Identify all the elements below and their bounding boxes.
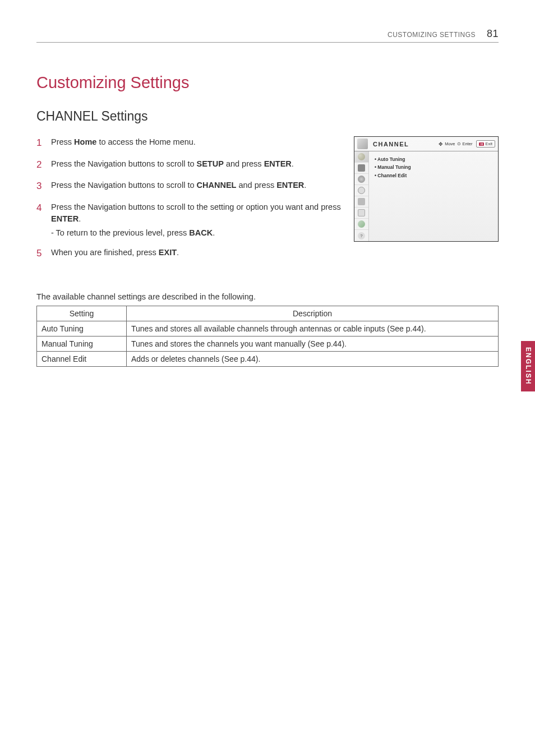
osd-tab-lock [354, 196, 368, 208]
setting-desc: Tunes and stores the channels you want m… [127, 336, 499, 351]
page-header: CUSTOMIZING SETTINGS 81 [36, 28, 499, 43]
clock-icon [358, 187, 365, 194]
osd-tab-option [354, 208, 368, 219]
step-1: 1 Press Home to access the Home menu. [36, 136, 344, 150]
table-row: Channel Edit Adds or deletes channels (S… [37, 351, 499, 366]
step-number: 5 [36, 247, 51, 261]
move-icon: ✥ [439, 141, 443, 147]
setting-name: Channel Edit [37, 351, 127, 366]
setting-name: Auto Tuning [37, 321, 127, 336]
osd-tab-network [354, 219, 368, 230]
steps-list: 1 Press Home to access the Home menu. 2 … [36, 136, 344, 269]
exit-button: III Exit [476, 140, 495, 147]
section-title: CHANNEL Settings [36, 109, 499, 124]
step-2: 2 Press the Navigation buttons to scroll… [36, 158, 344, 172]
osd-tab-time [354, 185, 368, 196]
enter-icon: ⊙ [457, 141, 461, 146]
exit-badge-icon: III [479, 142, 484, 146]
step-number: 1 [36, 136, 51, 150]
osd-item: Auto Tuning [375, 155, 411, 163]
osd-preview: CHANNEL ✥ Move ⊙ Enter III Exit [354, 136, 499, 242]
osd-title: CHANNEL [373, 141, 439, 147]
step-3: 3 Press the Navigation buttons to scroll… [36, 179, 344, 193]
col-setting: Setting [37, 306, 127, 321]
setting-desc: Tunes and stores all available channels … [127, 321, 499, 336]
osd-hints: ✥ Move ⊙ Enter III Exit [439, 140, 495, 147]
osd-item-list: Auto Tuning Manual Tuning Channel Edit [369, 151, 417, 241]
question-icon: ? [358, 232, 365, 239]
step-body: When you are finished, press EXIT. [51, 247, 344, 261]
move-label: Move [445, 141, 455, 146]
dish-icon [358, 153, 365, 160]
table-intro: The available channel settings are descr… [36, 292, 499, 301]
step-subline: - To return to the previous level, press… [51, 227, 344, 239]
page-number: 81 [487, 28, 499, 39]
setting-desc: Adds or deletes channels (See p.44). [127, 351, 499, 366]
breadcrumb: CUSTOMIZING SETTINGS [388, 31, 476, 39]
step-5: 5 When you are finished, press EXIT. [36, 247, 344, 261]
step-number: 3 [36, 179, 51, 193]
lock-icon [358, 198, 365, 205]
settings-table: Setting Description Auto Tuning Tunes an… [36, 306, 499, 367]
col-description: Description [127, 306, 499, 321]
step-body: Press the Navigation buttons to scroll t… [51, 158, 344, 172]
calendar-icon [358, 209, 365, 216]
table-row: Manual Tuning Tunes and stores the chann… [37, 336, 499, 351]
gear-icon [358, 176, 365, 183]
table-row: Auto Tuning Tunes and stores all availab… [37, 321, 499, 336]
enter-label: Enter [463, 141, 473, 146]
osd-item: Manual Tuning [375, 163, 411, 171]
step-4: 4 Press the Navigation buttons to scroll… [36, 201, 344, 239]
step-body: Press the Navigation buttons to scroll t… [51, 179, 344, 193]
setting-name: Manual Tuning [37, 336, 127, 351]
language-tab: ENGLISH [521, 341, 535, 391]
step-number: 2 [36, 158, 51, 172]
osd-header: CHANNEL ✥ Move ⊙ Enter III Exit [354, 137, 498, 151]
step-body: Press Home to access the Home menu. [51, 136, 344, 150]
step-number: 4 [36, 201, 51, 239]
dish-header-icon [357, 139, 368, 149]
osd-tab-picture [354, 163, 368, 174]
osd-tab-strip: ? [354, 151, 369, 241]
osd-tab-support: ? [354, 230, 368, 241]
osd-tab-audio [354, 174, 368, 185]
globe-icon [358, 220, 365, 228]
step-body: Press the Navigation buttons to scroll t… [51, 201, 344, 239]
osd-item: Channel Edit [375, 172, 411, 179]
screen-icon [358, 164, 365, 172]
main-title: Customizing Settings [36, 73, 499, 92]
exit-label: Exit [485, 141, 492, 146]
osd-tab-channel [354, 151, 368, 163]
